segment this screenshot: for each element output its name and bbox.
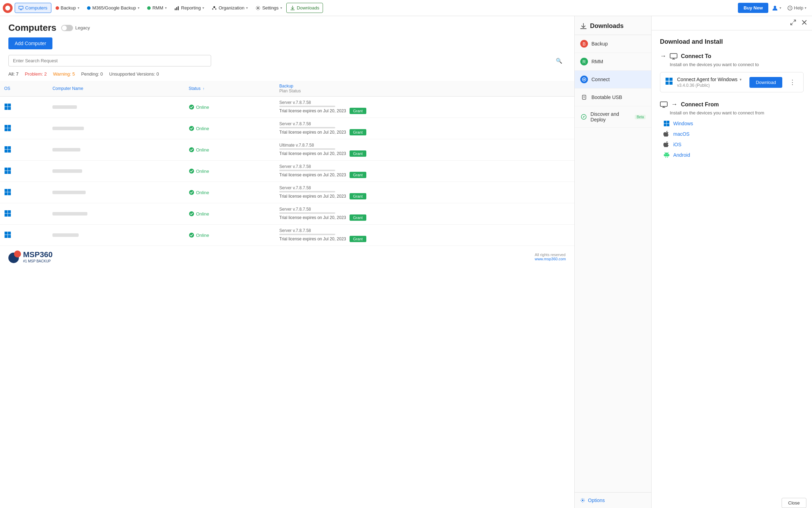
downloads-options[interactable]: Options bbox=[575, 492, 651, 508]
page-header: Computers Legacy bbox=[0, 16, 574, 37]
svg-rect-72 bbox=[667, 124, 670, 127]
search-bar: 🔍 bbox=[8, 55, 566, 66]
grant-button[interactable]: Grant bbox=[350, 214, 366, 221]
from-item-ios[interactable]: iOS bbox=[663, 141, 804, 148]
sidebar-item-discover[interactable]: Discover and Deploy Beta bbox=[575, 106, 651, 128]
name-cell bbox=[48, 161, 184, 182]
agent-version: v3.4.0.36 (Public) bbox=[677, 83, 745, 88]
svg-rect-18 bbox=[5, 125, 8, 128]
download-install-title: Download and Install bbox=[660, 38, 804, 45]
check-circle-icon bbox=[189, 232, 194, 238]
legacy-switch[interactable] bbox=[61, 25, 73, 31]
agent-dropdown-icon[interactable]: ▾ bbox=[740, 77, 742, 82]
nav-downloads[interactable]: Downloads bbox=[286, 3, 323, 13]
nav-computers[interactable]: Computers bbox=[15, 3, 51, 13]
trial-row bbox=[279, 212, 570, 214]
backup-version: Ultimate v.7.8.7.58 bbox=[279, 143, 570, 148]
nav-reporting[interactable]: Reporting ▾ bbox=[171, 3, 208, 13]
trial-text: Trial license expires on Jul 20, 2023 bbox=[279, 151, 346, 156]
grant-button[interactable]: Grant bbox=[350, 129, 366, 135]
backup-version: Server v.7.8.7.58 bbox=[279, 100, 570, 105]
svg-rect-63 bbox=[669, 78, 673, 81]
table-row[interactable]: Online Server v.7.8.7.58 Trial license e… bbox=[0, 225, 574, 246]
sidebar-item-rmm[interactable]: R RMM bbox=[575, 53, 651, 71]
svg-rect-33 bbox=[5, 189, 8, 192]
table-row[interactable]: Online Server v.7.8.7.58 Trial license e… bbox=[0, 97, 574, 118]
more-options-button[interactable]: ⋮ bbox=[786, 77, 798, 87]
download-button[interactable]: Download bbox=[749, 77, 782, 88]
m365-label: M365/Google Backup bbox=[92, 5, 136, 10]
nav-organization[interactable]: Organization ▾ bbox=[208, 3, 251, 13]
add-computer-button[interactable]: Add Computer bbox=[8, 37, 52, 49]
nav-backup[interactable]: Backup ▾ bbox=[52, 3, 83, 13]
svg-point-49 bbox=[583, 79, 585, 80]
sidebar-item-usb[interactable]: Bootable USB bbox=[575, 89, 651, 106]
table-row[interactable]: Online Server v.7.8.7.58 Trial license e… bbox=[0, 161, 574, 182]
backup-version: Server v.7.8.7.58 bbox=[279, 121, 570, 126]
svg-rect-20 bbox=[5, 128, 8, 131]
grant-button[interactable]: Grant bbox=[350, 193, 366, 199]
filter-pending[interactable]: Pending: 0 bbox=[81, 71, 103, 77]
nav-rmm[interactable]: RMM ▾ bbox=[144, 3, 170, 13]
table-row[interactable]: Online Server v.7.8.7.58 Trial license e… bbox=[0, 203, 574, 225]
svg-rect-46 bbox=[8, 235, 11, 238]
organization-icon bbox=[212, 6, 217, 10]
organization-caret-icon: ▾ bbox=[246, 6, 248, 10]
main-content: Computers Legacy Add Computer 🔍 All: 7 P… bbox=[0, 16, 574, 508]
status-text: Online bbox=[196, 105, 209, 110]
expand-button[interactable] bbox=[789, 18, 797, 28]
filter-problem[interactable]: Problem: 2 bbox=[25, 71, 47, 77]
backup-cell: Server v.7.8.7.58 Trial license expires … bbox=[275, 225, 574, 246]
svg-point-9 bbox=[257, 7, 259, 8]
backup-caret-icon: ▾ bbox=[78, 6, 79, 10]
nav-settings[interactable]: Settings ▾ bbox=[252, 3, 286, 13]
legacy-toggle[interactable]: Legacy bbox=[61, 25, 90, 31]
svg-point-42 bbox=[189, 211, 194, 216]
backup-icon bbox=[56, 6, 59, 10]
trial-info-row: Trial license expires on Jul 20, 2023 Gr… bbox=[279, 193, 570, 199]
grant-button[interactable]: Grant bbox=[350, 236, 366, 242]
settings-caret-icon: ▾ bbox=[280, 6, 282, 10]
backup-version: Server v.7.8.7.58 bbox=[279, 207, 570, 212]
from-item-android[interactable]: Android bbox=[663, 152, 804, 158]
ios-from-label: iOS bbox=[673, 142, 681, 147]
from-item-windows[interactable]: Windows bbox=[663, 120, 804, 127]
sidebar-item-connect[interactable]: Connect bbox=[575, 71, 651, 89]
macos-from-label: macOS bbox=[673, 131, 690, 137]
from-item-macos[interactable]: macOS bbox=[663, 131, 804, 137]
downloads-label: Downloads bbox=[297, 5, 319, 10]
grant-button[interactable]: Grant bbox=[350, 150, 366, 157]
sidebar-item-backup[interactable]: B Backup bbox=[575, 35, 651, 53]
grant-button[interactable]: Grant bbox=[350, 108, 366, 114]
table-row[interactable]: Online Server v.7.8.7.58 Trial license e… bbox=[0, 182, 574, 203]
windows-from-label: Windows bbox=[673, 121, 693, 126]
col-status[interactable]: Status ↑ bbox=[185, 81, 275, 97]
connect-from-heading: → Connect From bbox=[660, 101, 804, 108]
computers-icon bbox=[19, 6, 23, 10]
nav-m365[interactable]: M365/Google Backup ▾ bbox=[84, 3, 143, 13]
search-input[interactable] bbox=[8, 55, 211, 66]
filter-unsupported[interactable]: Unsupported Versions: 0 bbox=[109, 71, 159, 77]
svg-rect-34 bbox=[8, 189, 11, 192]
svg-rect-39 bbox=[8, 210, 11, 213]
reporting-label: Reporting bbox=[181, 5, 201, 10]
os-cell bbox=[0, 225, 48, 246]
page-footer: MSP360 #1 MSP BACKUP All rights reserved… bbox=[0, 246, 574, 267]
filter-all[interactable]: All: 7 bbox=[8, 71, 19, 77]
nav-user[interactable]: ▾ bbox=[769, 3, 784, 13]
svg-rect-66 bbox=[660, 102, 667, 106]
close-panel-button[interactable] bbox=[800, 18, 809, 28]
android-icon bbox=[663, 152, 670, 158]
buy-new-button[interactable]: Buy New bbox=[738, 3, 768, 13]
table-row[interactable]: Online Ultimate v.7.8.7.58 Trial license… bbox=[0, 139, 574, 161]
grant-button[interactable]: Grant bbox=[350, 172, 366, 178]
svg-rect-5 bbox=[178, 6, 179, 10]
downloads-content: Download and Install → Connect To Instal… bbox=[652, 30, 812, 494]
nav-help[interactable]: ? Help ▾ bbox=[785, 3, 809, 13]
svg-rect-30 bbox=[5, 171, 8, 174]
col-name[interactable]: Computer Name bbox=[48, 81, 184, 97]
filter-warning[interactable]: Warning: 5 bbox=[53, 71, 75, 77]
status-online: Online bbox=[189, 126, 271, 131]
table-row[interactable]: Online Server v.7.8.7.58 Trial license e… bbox=[0, 118, 574, 139]
close-button[interactable]: Close bbox=[782, 498, 806, 508]
